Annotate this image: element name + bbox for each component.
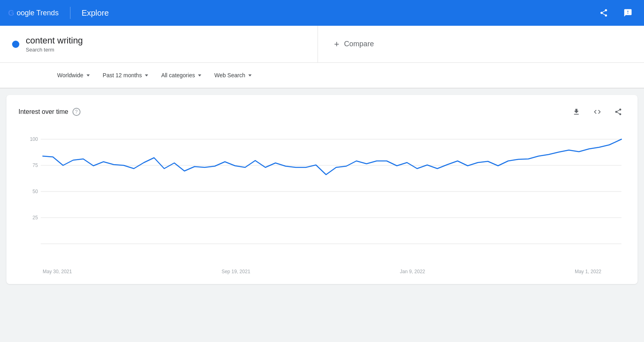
feedback-icon bbox=[623, 8, 632, 17]
header: G oogle Trends Explore bbox=[0, 0, 644, 26]
y-label-75: 75 bbox=[33, 163, 38, 168]
logo: G oogle Trends bbox=[8, 8, 59, 18]
chart-title: Interest over time bbox=[19, 108, 68, 115]
time-range-chevron-icon bbox=[145, 74, 148, 76]
y-label-50: 50 bbox=[33, 189, 38, 194]
x-label-1: May 30, 2021 bbox=[43, 269, 72, 274]
region-filter[interactable]: Worldwide bbox=[52, 69, 95, 82]
chart-section: Interest over time ? bbox=[6, 95, 638, 284]
x-label-3: Jan 9, 2022 bbox=[400, 269, 425, 274]
x-label-4: May 1, 2022 bbox=[575, 269, 601, 274]
compare-label: Compare bbox=[344, 40, 374, 48]
filters-bar: Worldwide Past 12 months All categories … bbox=[0, 63, 644, 89]
region-label: Worldwide bbox=[57, 72, 83, 78]
help-icon[interactable]: ? bbox=[72, 108, 80, 116]
share-button[interactable] bbox=[596, 5, 612, 21]
download-icon bbox=[572, 108, 580, 116]
time-range-filter[interactable]: Past 12 months bbox=[98, 69, 153, 82]
search-type-label: Web Search bbox=[214, 72, 245, 78]
embed-icon bbox=[593, 108, 601, 116]
category-filter[interactable]: All categories bbox=[156, 69, 206, 82]
trend-line bbox=[43, 139, 621, 175]
compare-plus-icon: + bbox=[334, 39, 339, 49]
share-icon bbox=[599, 8, 608, 17]
search-type-filter[interactable]: Web Search bbox=[209, 69, 256, 82]
search-area: content writing Search term + Compare bbox=[0, 26, 644, 63]
logo-text: oogle Trends bbox=[17, 9, 59, 17]
download-button[interactable] bbox=[569, 105, 584, 119]
embed-button[interactable] bbox=[590, 105, 605, 119]
share-chart-button[interactable] bbox=[611, 105, 625, 119]
search-dot bbox=[12, 41, 19, 48]
chart-header: Interest over time ? bbox=[19, 105, 625, 119]
compare-box[interactable]: + Compare bbox=[318, 26, 644, 62]
chart-title-area: Interest over time ? bbox=[19, 108, 80, 116]
y-label-25: 25 bbox=[33, 215, 38, 220]
region-chevron-icon bbox=[87, 74, 90, 76]
help-text: ? bbox=[75, 109, 78, 115]
search-type-chevron-icon bbox=[248, 74, 252, 76]
header-explore: Explore bbox=[82, 8, 109, 18]
x-axis-labels: May 30, 2021 Sep 19, 2021 Jan 9, 2022 Ma… bbox=[19, 266, 625, 274]
logo-g: G bbox=[8, 8, 14, 18]
y-label-100: 100 bbox=[30, 136, 38, 142]
category-chevron-icon bbox=[198, 74, 201, 76]
header-divider bbox=[70, 7, 70, 19]
time-range-label: Past 12 months bbox=[103, 72, 142, 78]
trend-chart-svg: 100 75 50 25 bbox=[19, 127, 625, 264]
search-term-info: content writing Search term bbox=[26, 35, 83, 53]
share-chart-icon bbox=[614, 108, 622, 116]
search-term-label: Search term bbox=[26, 47, 83, 53]
category-label: All categories bbox=[161, 72, 195, 78]
feedback-button[interactable] bbox=[620, 5, 636, 21]
search-term-box[interactable]: content writing Search term bbox=[0, 26, 318, 62]
x-label-2: Sep 19, 2021 bbox=[221, 269, 250, 274]
search-term-text: content writing bbox=[26, 35, 83, 46]
chart-container: 100 75 50 25 May 30, 2021 Sep 19, 2021 J… bbox=[19, 127, 625, 274]
chart-actions bbox=[569, 105, 625, 119]
